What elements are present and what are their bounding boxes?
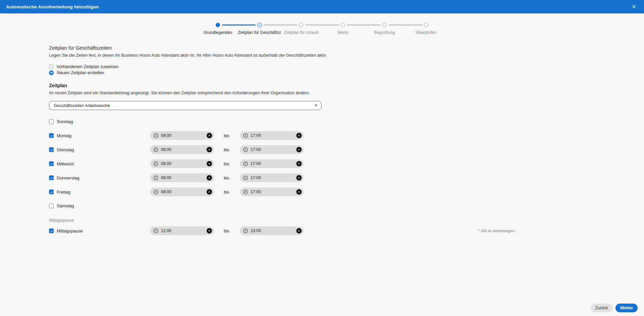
step-label: Überprüfen bbox=[416, 30, 437, 35]
clear-time-icon[interactable]: ✕ bbox=[207, 147, 212, 152]
step-label: Zeitplan für Urlaub bbox=[284, 30, 318, 35]
clear-time-icon[interactable]: ✕ bbox=[296, 228, 302, 233]
clear-time-icon[interactable]: ✕ bbox=[296, 133, 302, 138]
day-checkbox[interactable] bbox=[49, 147, 54, 152]
radio-label: Vorhandenen Zeitplan zuweisen bbox=[56, 64, 119, 69]
end-time-input[interactable]: 17:00 ✕ bbox=[240, 159, 304, 168]
close-icon[interactable]: ✕ bbox=[630, 3, 638, 11]
day-row-samstag: Samstag bbox=[49, 199, 644, 213]
start-time-value: 08:00 bbox=[161, 161, 171, 166]
schedule-name-input[interactable] bbox=[49, 101, 321, 110]
end-time-input[interactable]: 17:00 ✕ bbox=[240, 145, 304, 154]
radio-assign-existing-schedule[interactable]: Vorhandenen Zeitplan zuweisen bbox=[49, 64, 644, 69]
radio-create-new-schedule[interactable]: Neuen Zeitplan erstellen bbox=[49, 70, 644, 75]
clear-time-icon[interactable]: ✕ bbox=[296, 161, 302, 166]
step-zeitplan-geschaeftszeiten[interactable]: Zeitplan für Geschäftsz bbox=[239, 21, 281, 40]
back-button[interactable]: Zurück bbox=[591, 304, 613, 312]
step-circle bbox=[341, 23, 345, 27]
clock-icon bbox=[243, 147, 248, 152]
clock-icon bbox=[154, 228, 158, 233]
day-checkbox[interactable] bbox=[49, 190, 54, 194]
step-menue[interactable]: Menü bbox=[322, 21, 364, 40]
start-time-input[interactable]: 08:00 ✕ bbox=[150, 145, 214, 154]
next-button[interactable]: Weiter bbox=[615, 304, 638, 312]
clear-time-icon[interactable]: ✕ bbox=[296, 175, 302, 180]
wizard-content: Zeitplan für Geschäftszeiten Legen Sie d… bbox=[0, 40, 644, 238]
clock-icon bbox=[243, 133, 248, 138]
day-checkbox[interactable] bbox=[49, 161, 54, 166]
step-circle bbox=[257, 23, 262, 28]
day-label: Dienstag bbox=[57, 147, 74, 152]
radio-button[interactable] bbox=[49, 70, 54, 75]
start-time-input[interactable]: 08:00 ✕ bbox=[150, 131, 214, 140]
clear-time-icon[interactable]: ✕ bbox=[207, 133, 212, 138]
end-time-value: 17:00 bbox=[251, 147, 261, 152]
end-time-value: 17:00 bbox=[251, 190, 261, 194]
day-row-freitag: Freitag 08:00 ✕ bis 17:00 ✕ bbox=[49, 185, 644, 199]
clock-icon bbox=[154, 161, 158, 166]
until-label: bis bbox=[224, 228, 229, 233]
clear-time-icon[interactable]: ✕ bbox=[207, 228, 212, 233]
step-label: Begrüßung bbox=[374, 30, 395, 35]
clear-time-icon[interactable]: ✕ bbox=[207, 161, 212, 166]
wizard-footer: Zurück Weiter bbox=[591, 304, 638, 312]
step-begruessung[interactable]: Begrüßung bbox=[364, 21, 405, 40]
until-label: bis bbox=[224, 190, 229, 195]
until-label: bis bbox=[224, 147, 229, 152]
start-time-input[interactable]: 08:00 ✕ bbox=[150, 159, 214, 168]
start-time-value: 08:00 bbox=[161, 133, 171, 138]
clear-time-icon[interactable]: ✕ bbox=[296, 147, 302, 152]
step-circle bbox=[382, 23, 387, 27]
day-row-donnerstag: Donnerstag 08:00 ✕ bis 17:00 ✕ bbox=[49, 171, 644, 185]
day-label: Sonntag bbox=[57, 119, 73, 124]
radio-label: Neuen Zeitplan erstellen bbox=[57, 70, 104, 75]
lunch-section-label: Mittagspause bbox=[49, 217, 644, 224]
start-time-input[interactable]: 08:00 ✕ bbox=[150, 173, 214, 182]
step-grundlegendes[interactable]: Grundlegendes bbox=[197, 21, 239, 40]
start-time-value: 08:00 bbox=[161, 147, 171, 152]
weekday-rows: Sonntag Montag 08:00 ✕ bis bbox=[49, 115, 644, 238]
dialog-title: Automatische Anrufverteilung hinzufügen bbox=[6, 4, 99, 9]
clear-time-icon[interactable]: ✕ bbox=[296, 189, 302, 195]
until-label: bis bbox=[224, 175, 229, 180]
end-time-value: 17:00 bbox=[251, 175, 261, 180]
day-row-sonntag: Sonntag bbox=[49, 115, 644, 128]
step-circle bbox=[299, 23, 303, 27]
day-row-montag: Montag 08:00 ✕ bis 17:00 ✕ bbox=[49, 128, 644, 143]
schedule-mode-radio-group: Vorhandenen Zeitplan zuweisen Neuen Zeit… bbox=[49, 64, 644, 75]
step-circle bbox=[424, 23, 428, 27]
end-time-value: 13:00 bbox=[251, 228, 261, 233]
day-checkbox[interactable] bbox=[49, 119, 54, 124]
step-zeitplan-urlaub[interactable]: Zeitplan für Urlaub bbox=[281, 21, 322, 40]
step-ueberpruefen[interactable]: Überprüfen bbox=[405, 21, 447, 40]
input-clear-icon[interactable]: ✕ bbox=[314, 103, 318, 108]
schedule-section-description: Im neuen Zeitplan wird ein Standardeintr… bbox=[49, 91, 644, 95]
until-label: bis bbox=[224, 133, 229, 138]
end-time-input[interactable]: 17:00 ✕ bbox=[240, 131, 304, 140]
day-checkbox[interactable] bbox=[49, 204, 54, 208]
clock-icon bbox=[243, 175, 248, 180]
day-checkbox[interactable] bbox=[49, 175, 54, 180]
day-label: Freitag bbox=[57, 190, 70, 195]
step-label: Grundlegendes bbox=[204, 30, 232, 35]
end-time-input[interactable]: 17:00 ✕ bbox=[240, 173, 304, 182]
wizard-stepper: Grundlegendes Zeitplan für Geschäftsz Ze… bbox=[0, 21, 644, 40]
end-time-value: 17:00 bbox=[251, 161, 261, 166]
day-label: Montag bbox=[57, 133, 71, 138]
end-time-input[interactable]: 17:00 ✕ bbox=[240, 188, 304, 196]
radio-button[interactable] bbox=[49, 64, 53, 69]
start-time-input[interactable]: 12:00 ✕ bbox=[150, 226, 214, 235]
day-label: Samstag bbox=[57, 203, 74, 208]
dialog-titlebar: Automatische Anrufverteilung hinzufügen … bbox=[0, 0, 644, 13]
page-description: Legen Sie die Zeiten fest, in denen Ihr … bbox=[49, 53, 644, 58]
end-time-input[interactable]: 13:00 ✕ bbox=[240, 226, 304, 235]
clear-time-icon[interactable]: ✕ bbox=[207, 175, 212, 180]
start-time-value: 08:00 bbox=[161, 190, 171, 194]
page-title: Zeitplan für Geschäftszeiten bbox=[49, 45, 644, 51]
clear-time-icon[interactable]: ✕ bbox=[207, 189, 212, 195]
day-checkbox[interactable] bbox=[49, 228, 54, 233]
start-time-input[interactable]: 08:00 ✕ bbox=[150, 188, 214, 196]
day-checkbox[interactable] bbox=[49, 133, 54, 138]
clock-icon bbox=[243, 161, 248, 166]
day-row-mittwoch: Mittwoch 08:00 ✕ bis 17:00 ✕ bbox=[49, 157, 644, 171]
